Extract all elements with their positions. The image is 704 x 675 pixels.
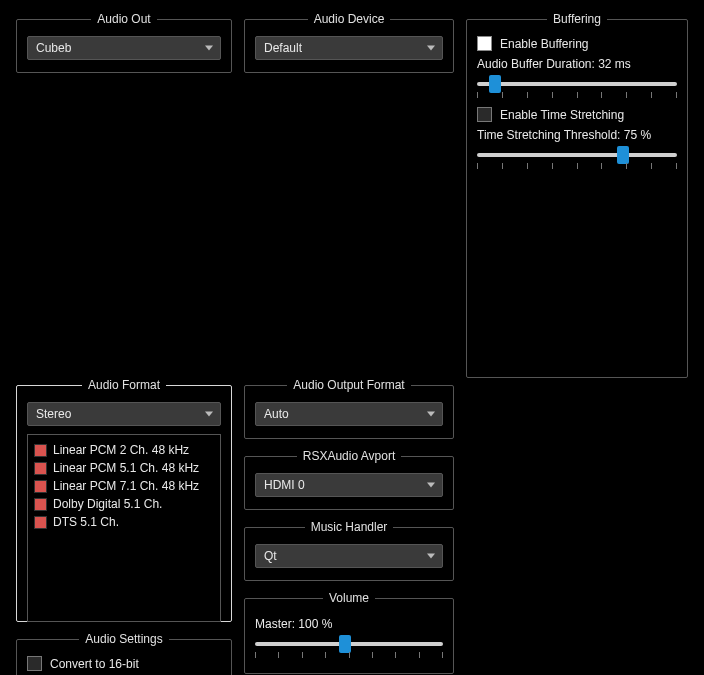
red-box-icon xyxy=(34,516,47,529)
enable-buffering-checkbox[interactable]: Enable Buffering xyxy=(477,36,677,51)
legend-volume: Volume xyxy=(323,591,375,605)
group-audio-out: Audio Out Cubeb xyxy=(16,12,232,73)
rsx-avport-select[interactable]: HDMI 0 xyxy=(255,473,443,497)
audio-format-list[interactable]: Linear PCM 2 Ch. 48 kHz Linear PCM 5.1 C… xyxy=(27,434,221,622)
legend-audio-output-format: Audio Output Format xyxy=(287,378,410,392)
list-item[interactable]: DTS 5.1 Ch. xyxy=(34,513,214,531)
list-item[interactable]: Linear PCM 5.1 Ch. 48 kHz xyxy=(34,459,214,477)
legend-audio-format: Audio Format xyxy=(82,378,166,392)
volume-label: Master: 100 % xyxy=(255,617,443,631)
list-item[interactable]: Linear PCM 2 Ch. 48 kHz xyxy=(34,441,214,459)
group-volume: Volume Master: 100 % xyxy=(244,591,454,674)
ts-threshold-slider[interactable] xyxy=(477,146,677,172)
group-buffering: Buffering Enable Buffering Audio Buffer … xyxy=(466,12,688,378)
list-item[interactable]: Linear PCM 7.1 Ch. 48 kHz xyxy=(34,477,214,495)
group-rsx-avport: RSXAudio Avport HDMI 0 xyxy=(244,449,454,510)
group-music-handler: Music Handler Qt xyxy=(244,520,454,581)
volume-slider[interactable] xyxy=(255,635,443,661)
legend-audio-device: Audio Device xyxy=(308,12,391,26)
group-audio-format: Audio Format Stereo Linear PCM 2 Ch. 48 … xyxy=(16,378,232,622)
ts-threshold-label: Time Stretching Threshold: 75 % xyxy=(477,128,677,142)
legend-audio-settings: Audio Settings xyxy=(79,632,168,646)
audio-format-select[interactable]: Stereo xyxy=(27,402,221,426)
legend-music-handler: Music Handler xyxy=(305,520,394,534)
audio-out-select[interactable]: Cubeb xyxy=(27,36,221,60)
group-audio-device: Audio Device Default xyxy=(244,12,454,73)
list-item[interactable]: Dolby Digital 5.1 Ch. xyxy=(34,495,214,513)
legend-buffering: Buffering xyxy=(547,12,607,26)
red-box-icon xyxy=(34,444,47,457)
buffer-duration-label: Audio Buffer Duration: 32 ms xyxy=(477,57,677,71)
red-box-icon xyxy=(34,462,47,475)
red-box-icon xyxy=(34,498,47,511)
legend-rsx-avport: RSXAudio Avport xyxy=(297,449,402,463)
buffer-duration-slider[interactable] xyxy=(477,75,677,101)
audio-output-format-select[interactable]: Auto xyxy=(255,402,443,426)
group-audio-settings: Audio Settings Convert to 16-bit xyxy=(16,632,232,675)
group-audio-output-format: Audio Output Format Auto xyxy=(244,378,454,439)
music-handler-select[interactable]: Qt xyxy=(255,544,443,568)
legend-audio-out: Audio Out xyxy=(91,12,156,26)
red-box-icon xyxy=(34,480,47,493)
enable-time-stretching-checkbox[interactable]: Enable Time Stretching xyxy=(477,107,677,122)
audio-device-select[interactable]: Default xyxy=(255,36,443,60)
convert-16bit-checkbox[interactable]: Convert to 16-bit xyxy=(27,656,221,671)
